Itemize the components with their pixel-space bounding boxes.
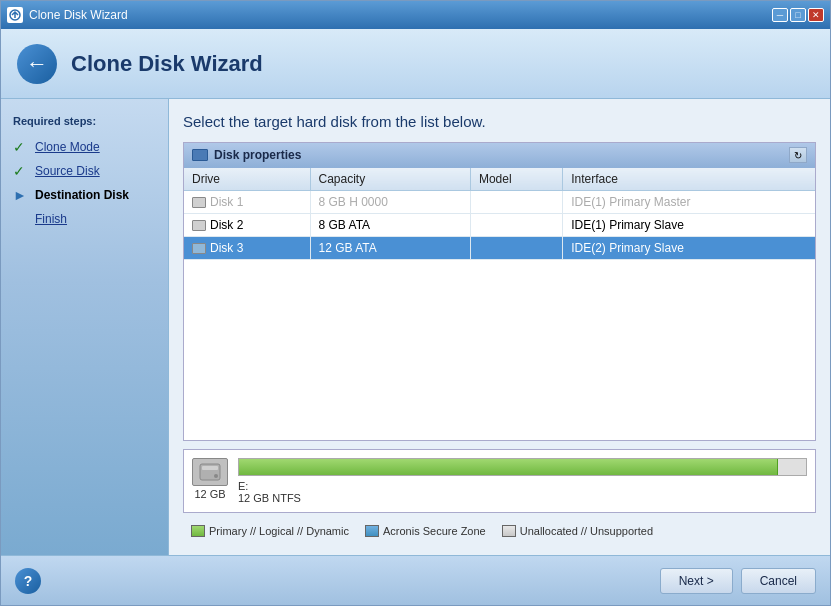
footer-left: ? — [15, 568, 41, 594]
disk-properties-panel: Disk properties ↻ Drive Capacity Model I… — [183, 142, 816, 441]
hdd-icon — [192, 197, 206, 208]
table-row[interactable]: Disk 3 12 GB ATA IDE(2) Primary Slave — [184, 237, 815, 260]
disk-properties-header: Disk properties ↻ — [184, 143, 815, 168]
help-button[interactable]: ? — [15, 568, 41, 594]
sidebar-section-label: Required steps: — [1, 115, 168, 135]
legend-label-unalloc: Unallocated // Unsupported — [520, 525, 653, 537]
window: Clone Disk Wizard ─ □ ✕ ← Clone Disk Wiz… — [0, 0, 831, 606]
header-title: Clone Disk Wizard — [71, 51, 263, 77]
disk-table-container: Drive Capacity Model Interface — [184, 168, 815, 440]
title-bar: Clone Disk Wizard ─ □ ✕ — [1, 1, 830, 29]
header-icon: ← — [17, 44, 57, 84]
legend-icon-primary — [191, 525, 205, 537]
main-content: Required steps: ✓ Clone Mode ✓ Source Di… — [1, 99, 830, 555]
legend-icon-acronis — [365, 525, 379, 537]
disk-table: Drive Capacity Model Interface — [184, 168, 815, 260]
next-button[interactable]: Next > — [660, 568, 733, 594]
destination-disk-label: Destination Disk — [35, 188, 129, 202]
disk-props-title-row: Disk properties — [192, 148, 301, 162]
legend-label-primary: Primary // Logical // Dynamic — [209, 525, 349, 537]
col-interface: Interface — [563, 168, 815, 191]
disk-size-label: 12 GB — [192, 488, 228, 500]
bottom-info-panel: 12 GB E: 12 GB NTFS — [183, 449, 816, 513]
arrow-icon-active: ► — [13, 187, 29, 203]
table-row[interactable]: Disk 1 8 GB H 0000 IDE(1) Primary Master — [184, 191, 815, 214]
hdd-icon-selected — [192, 243, 206, 254]
app-icon — [7, 7, 23, 23]
legend: Primary // Logical // Dynamic Acronis Se… — [183, 521, 816, 541]
window-title: Clone Disk Wizard — [29, 8, 128, 22]
footer-buttons: Next > Cancel — [660, 568, 816, 594]
refresh-button[interactable]: ↻ — [789, 147, 807, 163]
cell-capacity: 8 GB ATA — [310, 214, 470, 237]
cell-model — [470, 214, 562, 237]
partition-bar — [239, 459, 778, 475]
cell-capacity: 8 GB H 0000 — [310, 191, 470, 214]
cell-model — [470, 237, 562, 260]
sidebar-item-finish[interactable]: ✓ Finish — [1, 207, 168, 231]
legend-acronis: Acronis Secure Zone — [365, 525, 486, 537]
cell-drive: Disk 2 — [184, 214, 310, 237]
sidebar-item-source-disk[interactable]: ✓ Source Disk — [1, 159, 168, 183]
sidebar-item-destination-disk[interactable]: ► Destination Disk — [1, 183, 168, 207]
partition-info: E: 12 GB NTFS — [238, 458, 807, 504]
legend-label-acronis: Acronis Secure Zone — [383, 525, 486, 537]
col-capacity: Capacity — [310, 168, 470, 191]
hdd-icon — [192, 220, 206, 231]
table-row[interactable]: Disk 2 8 GB ATA IDE(1) Primary Slave — [184, 214, 815, 237]
sidebar-item-clone-mode[interactable]: ✓ Clone Mode — [1, 135, 168, 159]
check-icon-clone: ✓ — [13, 139, 29, 155]
clone-mode-link[interactable]: Clone Mode — [35, 140, 100, 154]
cell-drive: Disk 3 — [184, 237, 310, 260]
legend-unalloc: Unallocated // Unsupported — [502, 525, 653, 537]
svg-point-3 — [214, 474, 218, 478]
check-icon-source: ✓ — [13, 163, 29, 179]
cell-interface: IDE(1) Primary Slave — [563, 214, 815, 237]
cell-interface: IDE(2) Primary Slave — [563, 237, 815, 260]
col-model: Model — [470, 168, 562, 191]
sidebar: Required steps: ✓ Clone Mode ✓ Source Di… — [1, 99, 169, 555]
footer: ? Next > Cancel — [1, 555, 830, 605]
col-drive: Drive — [184, 168, 310, 191]
disk-icon-small — [192, 149, 208, 161]
cell-model — [470, 191, 562, 214]
disk-properties-title: Disk properties — [214, 148, 301, 162]
legend-primary: Primary // Logical // Dynamic — [191, 525, 349, 537]
header: ← Clone Disk Wizard — [1, 29, 830, 99]
partition-size: 12 GB NTFS — [238, 492, 807, 504]
svg-rect-2 — [202, 466, 218, 470]
right-panel: Select the target hard disk from the lis… — [169, 99, 830, 555]
cell-drive: Disk 1 — [184, 191, 310, 214]
cancel-button[interactable]: Cancel — [741, 568, 816, 594]
drive-letter: E: — [238, 480, 807, 492]
close-button[interactable]: ✕ — [808, 8, 824, 22]
window-controls: ─ □ ✕ — [772, 8, 824, 22]
minimize-button[interactable]: ─ — [772, 8, 788, 22]
cell-capacity: 12 GB ATA — [310, 237, 470, 260]
disk-thumbnail — [192, 458, 228, 486]
finish-link[interactable]: Finish — [35, 212, 67, 226]
check-icon-finish: ✓ — [13, 211, 29, 227]
back-arrow-icon: ← — [26, 53, 48, 75]
partition-bar-container — [238, 458, 807, 476]
source-disk-link[interactable]: Source Disk — [35, 164, 100, 178]
title-bar-left: Clone Disk Wizard — [7, 7, 128, 23]
disk-thumb-container: 12 GB — [192, 458, 228, 500]
legend-icon-unalloc — [502, 525, 516, 537]
cell-interface: IDE(1) Primary Master — [563, 191, 815, 214]
maximize-button[interactable]: □ — [790, 8, 806, 22]
panel-instruction: Select the target hard disk from the lis… — [183, 113, 816, 130]
